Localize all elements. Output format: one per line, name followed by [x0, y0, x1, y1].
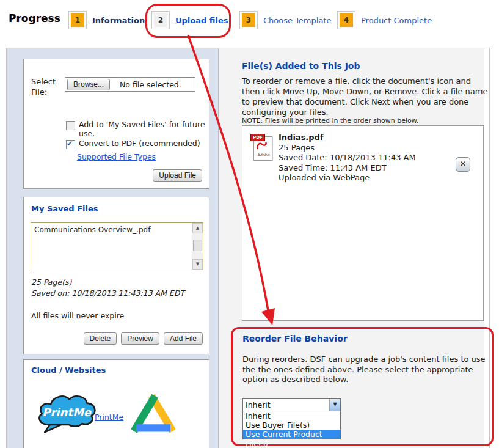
printme-logo-icon[interactable]: PrintMe: [34, 391, 101, 435]
page: Progress 1 Information 2 Upload files 3 …: [0, 0, 499, 448]
add-file-button[interactable]: Add File: [164, 332, 203, 345]
progress-step-upload-files: 2 Upload files: [151, 10, 228, 30]
option-use-current-product-files[interactable]: Use Current Product File(s): [243, 430, 340, 439]
step-4-label: Product Complete: [361, 16, 432, 25]
option-inherit[interactable]: Inherit: [243, 411, 340, 420]
add-to-saved-files-row: Add to 'My Saved Files' for future use.: [66, 120, 205, 138]
reorder-heading: Reorder File Behavior: [242, 334, 348, 343]
job-file-info: Indias.pdf 25 Pages Saved Date: 10/18/20…: [279, 133, 423, 183]
progress-step-information: 1 Information: [68, 10, 145, 30]
reorder-option-list: Inherit Use Buyer File(s) Use Current Pr…: [242, 411, 341, 439]
page-title: Progress: [9, 12, 60, 24]
my-saved-files-heading: My Saved Files: [31, 204, 98, 213]
convert-to-pdf-label: Convert to PDF (recommended): [79, 139, 200, 148]
files-added-instructions: To reorder or remove a file, click the d…: [242, 76, 489, 117]
select-file-panel: Select File: Browse... No file selected.…: [23, 59, 209, 189]
step-2-label[interactable]: Upload files: [175, 16, 228, 25]
scroll-down-icon[interactable]: ▼: [192, 259, 203, 270]
step-4-number-box: 4: [337, 11, 355, 29]
job-file-uploaded-via: Uploaded via WebPage: [279, 173, 423, 183]
convert-to-pdf-row: Convert to PDF (recommended): [66, 139, 205, 149]
printme-logo-text: PrintMe: [42, 406, 92, 419]
delete-button[interactable]: Delete: [84, 332, 117, 345]
saved-file-pages: 25 Page(s): [31, 277, 184, 288]
saved-file-saved-on: Saved on: 10/18/2013 11:43:13 AM EDT: [31, 288, 184, 299]
progress-step-choose-template: 3 Choose Template: [239, 10, 331, 30]
google-drive-icon[interactable]: [131, 393, 175, 433]
pdf-document-icon[interactable]: PDF Adobe: [250, 134, 273, 161]
job-file-name-link[interactable]: Indias.pdf: [279, 133, 324, 142]
option-use-buyer-files[interactable]: Use Buyer File(s): [243, 420, 340, 430]
saved-files-listbox[interactable]: Communications Overview_.pdf ▲ ▼: [31, 222, 203, 270]
files-added-note: NOTE: Files will be printed in the order…: [242, 117, 418, 125]
pdf-tag-label: PDF: [250, 134, 265, 141]
cloud-websites-panel: Cloud / Websites PrintMe PrintMe: [23, 359, 209, 448]
scrollbar-thumb[interactable]: [193, 240, 202, 251]
add-to-saved-files-label: Add to 'My Saved Files' for future use.: [79, 120, 205, 138]
reorder-select-value: Inherit: [246, 400, 271, 409]
select-file-label: Select File:: [31, 76, 64, 97]
scroll-up-icon[interactable]: ▲: [192, 223, 203, 233]
preview-button[interactable]: Preview: [121, 332, 159, 345]
supported-file-types-link[interactable]: Supported File Types: [77, 152, 156, 161]
step-2-number-box: 2: [151, 11, 170, 29]
expire-note: All files will never expire: [31, 311, 124, 320]
pdf-brand-label: Adobe: [257, 153, 270, 158]
step-3-number-box: 3: [239, 11, 258, 29]
step-1-number-box: 1: [68, 11, 87, 29]
listbox-scrollbar[interactable]: ▲ ▼: [192, 223, 203, 270]
saved-file-meta: 25 Page(s) Saved on: 10/18/2013 11:43:13…: [31, 277, 184, 299]
convert-to-pdf-checkbox[interactable]: [66, 140, 75, 149]
reorder-select[interactable]: Inherit ▼: [242, 398, 341, 411]
job-file-saved-time: Saved Time: 11:43 AM EDT: [279, 163, 423, 174]
printme-link[interactable]: PrintMe: [95, 413, 123, 422]
job-file-list: PDF Adobe Indias.pdf 25 Pages Saved Date…: [242, 125, 484, 321]
chevron-down-icon[interactable]: ▼: [329, 399, 340, 411]
no-file-selected-text: No file selected.: [120, 80, 181, 89]
add-to-saved-files-checkbox[interactable]: [66, 121, 75, 130]
job-file-pages: 25 Pages: [279, 143, 423, 153]
remove-file-button[interactable]: ✕: [456, 157, 470, 172]
step-3-label: Choose Template: [263, 16, 331, 25]
saved-file-item[interactable]: Communications Overview_.pdf: [34, 226, 150, 234]
cloud-websites-heading: Cloud / Websites: [31, 365, 106, 375]
my-saved-files-panel: My Saved Files Communications Overview_.…: [23, 197, 209, 354]
progress-step-product-complete: 4 Product Complete: [337, 10, 432, 30]
browse-button[interactable]: Browse...: [67, 79, 110, 90]
job-file-saved-date: Saved Date: 10/18/2013 11:43 AM: [279, 153, 423, 163]
pdf-acrobat-swirl-icon: [256, 141, 268, 150]
step-1-label[interactable]: Information: [92, 16, 145, 25]
reorder-description: During reorders, DSF can upgrade a job's…: [242, 354, 488, 385]
saved-files-buttons: Delete Preview Add File: [84, 332, 203, 345]
file-input: Browse... No file selected.: [65, 77, 195, 92]
upload-file-button[interactable]: Upload File: [153, 169, 202, 182]
files-added-heading: File(s) Added to This Job: [242, 61, 360, 71]
